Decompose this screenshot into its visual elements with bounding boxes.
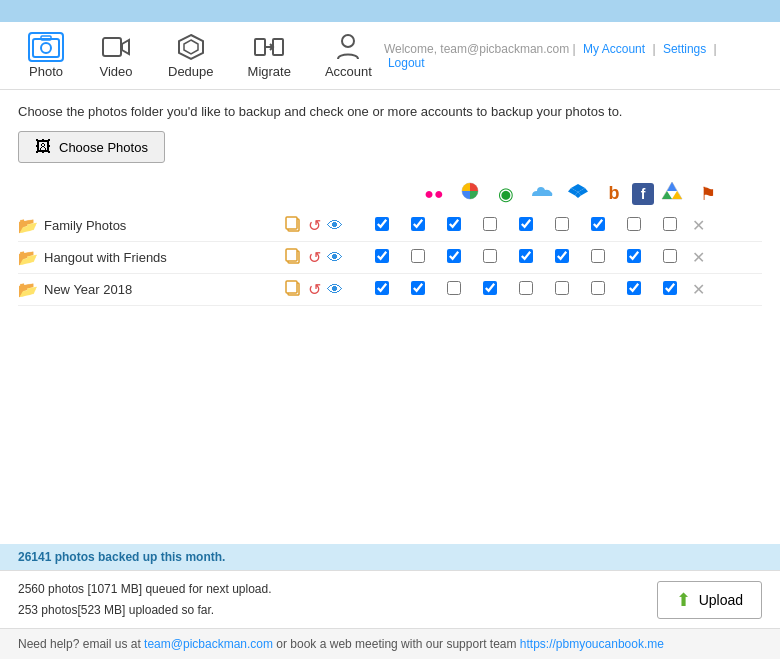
account-icon bbox=[330, 32, 366, 62]
nav-right: Welcome, team@picbackman.com | My Accoun… bbox=[384, 42, 764, 70]
service-checkbox-cell bbox=[652, 217, 688, 234]
service-checkbox[interactable] bbox=[627, 217, 641, 231]
service-checkbox-cell bbox=[652, 249, 688, 266]
service-checkbox[interactable] bbox=[519, 217, 533, 231]
logout-link[interactable]: Logout bbox=[388, 56, 425, 70]
checkboxes-row: ✕ bbox=[364, 248, 705, 267]
service-checkbox[interactable] bbox=[447, 249, 461, 263]
service-checkbox[interactable] bbox=[519, 249, 533, 263]
delete-folder-button[interactable]: ✕ bbox=[692, 280, 705, 299]
choose-photos-button[interactable]: 🖼 Choose Photos bbox=[18, 131, 165, 163]
service-checkbox-cell bbox=[436, 281, 472, 298]
copy-icon[interactable] bbox=[284, 247, 302, 268]
nav-item-dedupe[interactable]: Dedupe bbox=[156, 28, 226, 83]
service-checkbox-cell bbox=[436, 217, 472, 234]
service-checkbox-cell bbox=[400, 217, 436, 234]
folder-rows: 📂 Family Photos ↺ 👁 bbox=[18, 210, 762, 306]
service-checkbox[interactable] bbox=[591, 249, 605, 263]
service-checkbox[interactable] bbox=[411, 249, 425, 263]
service-checkbox[interactable] bbox=[663, 281, 677, 295]
flickr-service-icon: ●● bbox=[416, 185, 452, 203]
gphotos-service-icon bbox=[452, 181, 488, 206]
nav-item-photo[interactable]: Photo bbox=[16, 28, 76, 83]
nav-bar: Photo Video Dedupe bbox=[0, 22, 780, 90]
footer-meeting-link[interactable]: https://pbmyoucanbook.me bbox=[520, 637, 664, 651]
folder-row: 📂 Family Photos ↺ 👁 bbox=[18, 210, 762, 242]
folder-name: Family Photos bbox=[44, 218, 284, 233]
service-checkbox[interactable] bbox=[519, 281, 533, 295]
copy-icon[interactable] bbox=[284, 215, 302, 236]
choose-photos-section: 🖼 Choose Photos bbox=[0, 127, 780, 175]
gdrive-service-icon bbox=[654, 181, 690, 206]
svg-marker-17 bbox=[667, 182, 677, 191]
bottom-section: 2560 photos [1071 MB] queued for next up… bbox=[0, 570, 780, 628]
service-checkbox[interactable] bbox=[411, 217, 425, 231]
other-service-icon: ⚑ bbox=[690, 183, 726, 205]
svg-marker-6 bbox=[184, 40, 198, 54]
service-checkbox[interactable] bbox=[663, 217, 677, 231]
status-bar: 26141 photos backed up this month. bbox=[0, 544, 780, 570]
upload-arrow-icon: ⬆ bbox=[676, 589, 691, 611]
refresh-icon[interactable]: ↺ bbox=[308, 248, 321, 267]
top-bar bbox=[0, 0, 780, 22]
nav-item-video[interactable]: Video bbox=[86, 28, 146, 83]
account-label: Account bbox=[325, 64, 372, 79]
service-checkbox-cell bbox=[472, 281, 508, 298]
svg-rect-25 bbox=[286, 281, 297, 293]
checkboxes-row: ✕ bbox=[364, 280, 705, 299]
my-account-link[interactable]: My Account bbox=[583, 42, 645, 56]
nav-item-account[interactable]: Account bbox=[313, 28, 384, 83]
svg-rect-3 bbox=[103, 38, 121, 56]
service-checkbox[interactable] bbox=[375, 249, 389, 263]
service-checkbox[interactable] bbox=[555, 281, 569, 295]
delete-folder-button[interactable]: ✕ bbox=[692, 248, 705, 267]
service-checkbox[interactable] bbox=[591, 217, 605, 231]
folder-row: 📂 New Year 2018 ↺ 👁 bbox=[18, 274, 762, 306]
eye-icon[interactable]: 👁 bbox=[327, 281, 343, 299]
folder-name: New Year 2018 bbox=[44, 282, 284, 297]
service-checkbox[interactable] bbox=[411, 281, 425, 295]
service-checkbox[interactable] bbox=[483, 281, 497, 295]
svg-rect-0 bbox=[33, 39, 59, 57]
footer-email-link[interactable]: team@picbackman.com bbox=[144, 637, 273, 651]
folder-icon: 📂 bbox=[18, 248, 38, 267]
service-checkbox[interactable] bbox=[663, 249, 677, 263]
service-checkbox[interactable] bbox=[483, 217, 497, 231]
smugmug-service-icon: ◉ bbox=[488, 183, 524, 205]
service-checkbox[interactable] bbox=[375, 217, 389, 231]
service-checkbox-cell bbox=[508, 217, 544, 234]
photo-icon bbox=[28, 32, 64, 62]
service-checkbox[interactable] bbox=[375, 281, 389, 295]
folder-row: 📂 Hangout with Friends ↺ 👁 bbox=[18, 242, 762, 274]
service-checkbox[interactable] bbox=[627, 281, 641, 295]
service-checkbox[interactable] bbox=[591, 281, 605, 295]
eye-icon[interactable]: 👁 bbox=[327, 249, 343, 267]
service-checkbox[interactable] bbox=[447, 217, 461, 231]
service-checkbox-cell bbox=[400, 281, 436, 298]
svg-marker-18 bbox=[662, 191, 672, 199]
refresh-icon[interactable]: ↺ bbox=[308, 216, 321, 235]
svg-rect-7 bbox=[255, 39, 265, 55]
dedupe-label: Dedupe bbox=[168, 64, 214, 79]
service-checkbox[interactable] bbox=[555, 217, 569, 231]
settings-link[interactable]: Settings bbox=[663, 42, 706, 56]
service-checkbox[interactable] bbox=[483, 249, 497, 263]
nav-items: Photo Video Dedupe bbox=[16, 28, 384, 83]
service-checkbox-cell bbox=[544, 217, 580, 234]
service-checkbox[interactable] bbox=[627, 249, 641, 263]
service-icons-header: ●● ◉ b f bbox=[18, 175, 762, 210]
service-checkbox-cell bbox=[364, 249, 400, 266]
upload-button[interactable]: ⬆ Upload bbox=[657, 581, 762, 619]
nav-item-migrate[interactable]: Migrate bbox=[236, 28, 303, 83]
service-checkbox-cell bbox=[508, 249, 544, 266]
backblaze-service-icon: b bbox=[596, 183, 632, 204]
footer-text-middle: or book a web meeting with our support t… bbox=[276, 637, 516, 651]
refresh-icon[interactable]: ↺ bbox=[308, 280, 321, 299]
service-checkbox[interactable] bbox=[555, 249, 569, 263]
eye-icon[interactable]: 👁 bbox=[327, 217, 343, 235]
checkboxes-row: ✕ bbox=[364, 216, 705, 235]
delete-folder-button[interactable]: ✕ bbox=[692, 216, 705, 235]
folder-name: Hangout with Friends bbox=[44, 250, 284, 265]
service-checkbox[interactable] bbox=[447, 281, 461, 295]
copy-icon[interactable] bbox=[284, 279, 302, 300]
